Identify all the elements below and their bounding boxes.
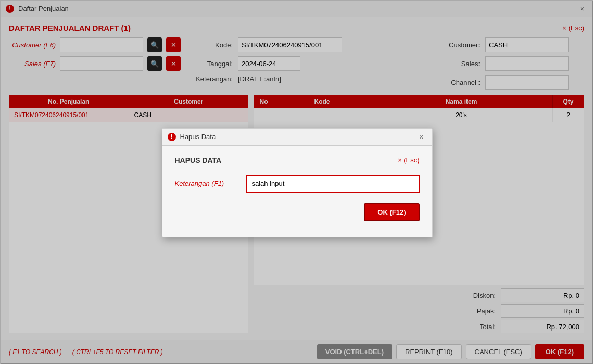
modal-title-bar: ! Hapus Data × [162, 129, 432, 146]
modal-esc-button[interactable]: × (Esc) [398, 156, 420, 164]
hapus-data-modal: ! Hapus Data × HAPUS DATA × (Esc) Ketera… [162, 128, 433, 237]
modal-keterangan-label: Keterangan (F1) [175, 180, 237, 187]
modal-keterangan-input[interactable] [246, 175, 420, 193]
modal-section-title: HAPUS DATA [175, 156, 222, 165]
modal-title: Hapus Data [180, 133, 216, 141]
modal-close-button[interactable]: × [416, 132, 426, 142]
modal-ok-button[interactable]: OK (F12) [364, 203, 419, 221]
modal-app-icon: ! [168, 133, 176, 141]
modal-overlay: ! Hapus Data × HAPUS DATA × (Esc) Ketera… [1, 1, 593, 364]
